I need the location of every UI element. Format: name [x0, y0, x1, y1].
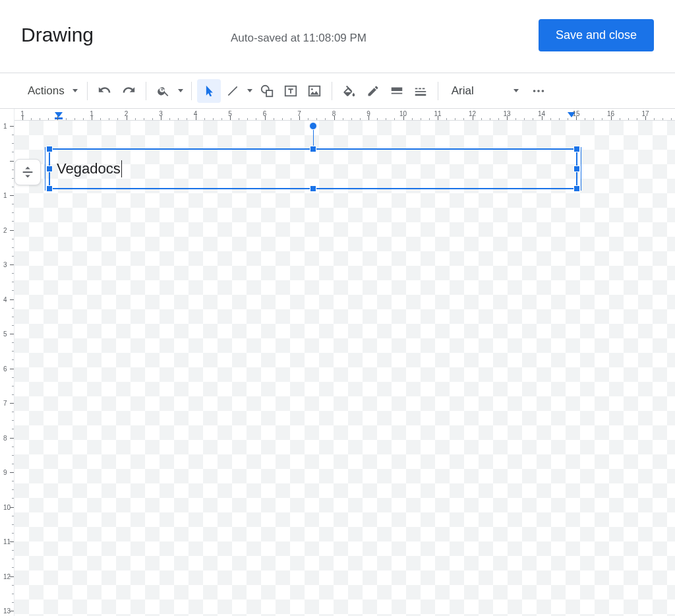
undo-button[interactable]	[93, 79, 117, 103]
resize-handle-w[interactable]	[46, 166, 53, 172]
save-and-close-button[interactable]: Save and close	[539, 19, 654, 51]
ruler-number: 1	[3, 123, 7, 130]
ruler-number: 4	[3, 295, 7, 303]
ruler-corner	[0, 109, 15, 121]
textbox-tool-button[interactable]	[279, 79, 303, 103]
resize-handle-sw[interactable]	[46, 185, 53, 192]
resize-handle-se[interactable]	[573, 185, 580, 192]
more-horizontal-icon	[531, 84, 546, 98]
ruler-number: 9	[3, 469, 7, 476]
actions-label: Actions	[22, 84, 70, 98]
line-icon	[226, 84, 239, 98]
svg-point-7	[541, 90, 544, 92]
separator	[438, 82, 438, 100]
zoom-button[interactable]	[152, 79, 175, 103]
image-icon	[307, 84, 322, 98]
ruler-number: 6	[3, 365, 7, 372]
actions-menu-button[interactable]: Actions	[18, 79, 82, 103]
ruler-number: 3	[3, 261, 7, 268]
svg-rect-1	[266, 90, 272, 96]
cursor-icon	[202, 84, 216, 98]
border-weight-button[interactable]	[385, 79, 409, 103]
line-dash-icon	[413, 84, 428, 98]
font-family-select[interactable]: Arial	[444, 84, 527, 98]
text-cursor	[121, 160, 122, 177]
svg-point-4	[311, 88, 313, 90]
caret-down-icon	[514, 89, 519, 92]
separator	[146, 82, 146, 100]
resize-handle-s[interactable]	[310, 185, 316, 192]
resize-handle-n[interactable]	[310, 146, 316, 152]
more-options-button[interactable]	[527, 79, 550, 103]
caret-down-icon	[178, 89, 183, 92]
zoom-dropdown[interactable]	[175, 79, 186, 103]
ruler-number: 8	[3, 434, 7, 441]
drawing-canvas[interactable]: Vegadocs	[15, 121, 675, 616]
zoom-icon	[157, 84, 170, 98]
fit-text-icon	[20, 165, 35, 179]
fill-color-button[interactable]	[338, 79, 361, 103]
caret-down-icon	[73, 89, 78, 92]
textbox-text: Vegadocs	[57, 160, 121, 177]
separator	[87, 82, 88, 100]
undo-icon	[98, 84, 111, 98]
dialog-header: Drawing Auto-saved at 11:08:09 PM Save a…	[0, 0, 675, 73]
toolbar: Actions Ari	[0, 73, 675, 109]
rotation-line	[313, 127, 314, 146]
resize-handle-ne[interactable]	[573, 146, 580, 152]
ruler-number: 7	[3, 400, 7, 407]
paint-bucket-icon	[342, 84, 357, 98]
shape-tool-button[interactable]	[255, 79, 279, 103]
textbox-icon	[283, 84, 298, 98]
dialog-title: Drawing	[21, 24, 94, 46]
textbox-content[interactable]: Vegadocs	[50, 150, 576, 188]
ruler-number: 2	[3, 226, 7, 233]
select-tool-button[interactable]	[197, 79, 221, 103]
svg-point-5	[533, 90, 536, 92]
pencil-icon	[367, 84, 380, 98]
horizontal-ruler[interactable]: 11234567891011121314151617	[0, 109, 675, 121]
image-tool-button[interactable]	[303, 79, 326, 103]
svg-rect-8	[55, 117, 63, 119]
ruler-number: 1	[3, 192, 7, 199]
shape-icon	[260, 84, 274, 98]
separator	[191, 82, 192, 100]
selected-textbox[interactable]: Vegadocs	[49, 148, 577, 189]
left-indent-marker[interactable]	[54, 111, 62, 119]
vertical-ruler[interactable]: 112345678910111213	[0, 121, 15, 616]
ruler-number: 5	[3, 330, 7, 338]
line-dropdown[interactable]	[245, 79, 255, 103]
guide-line	[45, 147, 45, 191]
separator	[332, 82, 332, 100]
font-family-label: Arial	[452, 84, 474, 98]
border-color-button[interactable]	[361, 79, 385, 103]
line-tool-button[interactable]	[221, 79, 245, 103]
fit-text-button[interactable]	[15, 159, 41, 185]
redo-icon	[122, 84, 135, 98]
border-dash-button[interactable]	[409, 79, 432, 103]
redo-button[interactable]	[117, 79, 140, 103]
workspace: 112345678910111213 Vegadocs	[0, 121, 675, 616]
resize-handle-e[interactable]	[573, 166, 580, 172]
autosave-status: Auto-saved at 11:08:09 PM	[231, 32, 367, 45]
svg-point-6	[537, 90, 540, 92]
caret-down-icon	[247, 89, 252, 92]
resize-handle-nw[interactable]	[46, 146, 53, 152]
line-weight-icon	[390, 84, 404, 98]
rotation-handle[interactable]	[309, 122, 317, 130]
guide-line	[581, 147, 581, 191]
